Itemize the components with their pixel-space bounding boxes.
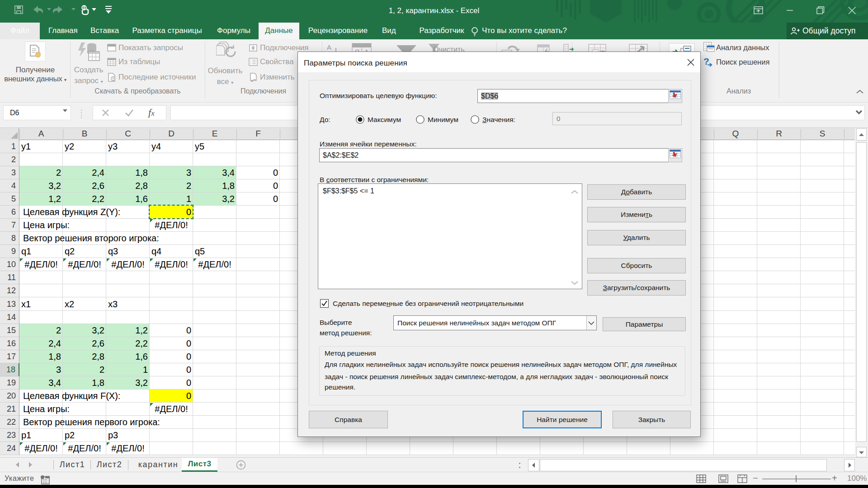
svg-text:А: А: [327, 43, 331, 51]
